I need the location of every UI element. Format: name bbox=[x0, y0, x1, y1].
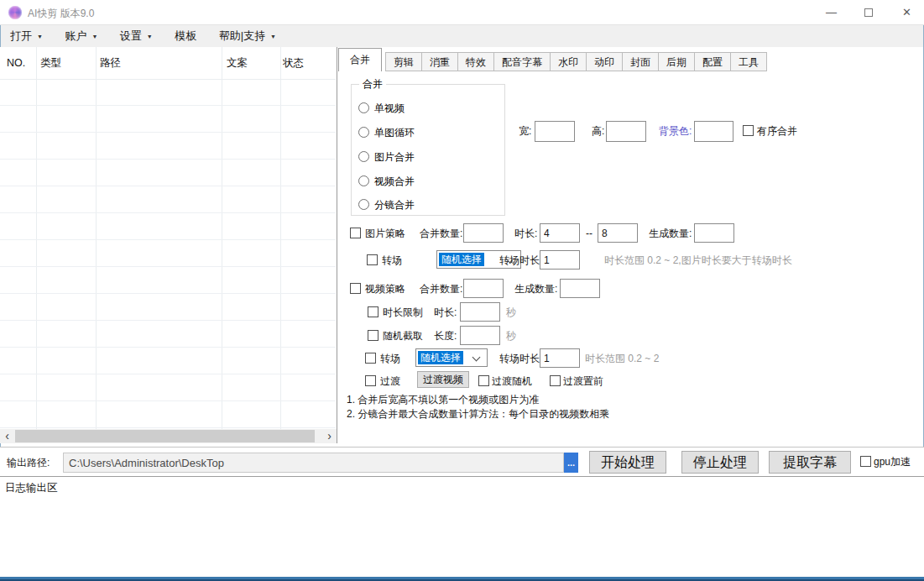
tab-tools[interactable]: 工具 bbox=[731, 52, 767, 71]
stop-button[interactable]: 停止处理 bbox=[681, 451, 759, 474]
crossfade-video-button[interactable]: 过渡视频 bbox=[417, 371, 469, 388]
video-strategy-checkbox[interactable] bbox=[350, 283, 361, 294]
horizontal-scrollbar[interactable]: ‹ › bbox=[0, 429, 337, 443]
duration-limit-checkbox[interactable] bbox=[368, 306, 378, 317]
browse-button[interactable]: ... bbox=[564, 453, 578, 473]
duration-limit-input[interactable] bbox=[460, 302, 500, 322]
scroll-right-icon[interactable]: › bbox=[322, 429, 337, 443]
img-merge-count-label: 合并数量: bbox=[420, 224, 462, 243]
app-icon bbox=[8, 6, 22, 19]
menu-help-label: 帮助|支持 bbox=[219, 29, 265, 44]
img-merge-count-input[interactable] bbox=[463, 223, 504, 243]
crossfade-label: 过渡 bbox=[380, 372, 400, 390]
window-bottom-edge bbox=[0, 577, 924, 581]
vid-merge-count-input[interactable] bbox=[463, 279, 504, 298]
menu-settings[interactable]: 设置▼ bbox=[111, 25, 162, 47]
duration-field-label: 时长: bbox=[434, 303, 457, 322]
menu-settings-label: 设置 bbox=[120, 29, 142, 44]
scrollbar-thumb[interactable] bbox=[15, 430, 315, 442]
duration-separator: -- bbox=[586, 224, 593, 243]
tab-dedupe[interactable]: 消重 bbox=[422, 52, 458, 71]
close-icon: ✕ bbox=[902, 6, 911, 18]
bg-color-input[interactable] bbox=[694, 121, 733, 142]
img-gen-count-label: 生成数量: bbox=[649, 224, 692, 243]
width-input[interactable] bbox=[535, 121, 575, 142]
random-cut-checkbox[interactable] bbox=[368, 330, 378, 341]
vid-gen-count-input[interactable] bbox=[560, 279, 600, 298]
duration-limit-label: 时长限制 bbox=[383, 303, 423, 322]
image-strategy-checkbox[interactable] bbox=[350, 228, 361, 238]
merge-group-title: 合并 bbox=[359, 77, 386, 92]
img-transition-duration-input[interactable] bbox=[540, 250, 580, 270]
maximize-button[interactable] bbox=[850, 0, 888, 25]
tab-merge[interactable]: 合并 bbox=[338, 48, 382, 71]
image-strategy-label: 图片策略 bbox=[365, 224, 405, 243]
chevron-down-icon: ▼ bbox=[147, 34, 153, 39]
menu-open-label: 打开 bbox=[10, 29, 32, 44]
log-area-label: 日志输出区 bbox=[5, 481, 58, 495]
tab-motion[interactable]: 动印 bbox=[587, 52, 623, 71]
vid-transition-duration-label: 转场时长: bbox=[499, 349, 542, 368]
col-header-status: 状态 bbox=[283, 47, 304, 79]
minimize-button[interactable]: — bbox=[812, 0, 850, 25]
gpu-accel-checkbox[interactable] bbox=[860, 456, 871, 467]
output-path-input[interactable] bbox=[63, 453, 564, 473]
dropdown-selected-value: 随机选择 bbox=[418, 351, 463, 364]
tab-post[interactable]: 后期 bbox=[659, 52, 695, 71]
tab-dub-subtitle[interactable]: 配音字幕 bbox=[494, 52, 551, 71]
tab-edit[interactable]: 剪辑 bbox=[385, 52, 422, 71]
video-strategy-label: 视频策略 bbox=[365, 280, 405, 298]
tab-cover[interactable]: 封面 bbox=[623, 52, 659, 71]
start-button[interactable]: 开始处理 bbox=[589, 451, 666, 474]
crossfade-front-checkbox[interactable] bbox=[550, 375, 561, 386]
length-unit-label: 秒 bbox=[506, 327, 516, 345]
chevron-down-icon bbox=[472, 353, 481, 362]
scroll-left-icon[interactable]: ‹ bbox=[0, 429, 14, 443]
ordered-merge-checkbox[interactable] bbox=[743, 125, 754, 136]
radio-label: 单视频 bbox=[374, 102, 405, 115]
minimize-icon: — bbox=[826, 6, 837, 18]
vid-transition-duration-input[interactable] bbox=[540, 348, 580, 368]
close-button[interactable]: ✕ bbox=[888, 0, 924, 25]
col-header-script: 文案 bbox=[227, 47, 248, 79]
menu-account[interactable]: 账户▼ bbox=[55, 25, 107, 47]
menu-open[interactable]: 打开▼ bbox=[1, 25, 52, 47]
output-path-label: 输出路径: bbox=[7, 453, 50, 472]
radio-icon[interactable] bbox=[358, 151, 369, 162]
img-duration-min-input[interactable] bbox=[540, 223, 580, 243]
tab-config[interactable]: 配置 bbox=[695, 52, 731, 71]
extract-subtitle-button[interactable]: 提取字幕 bbox=[769, 451, 851, 474]
ordered-merge-label: 有序合并 bbox=[757, 122, 797, 140]
bottom-bar: 输出路径: ... 开始处理 停止处理 提取字幕 gpu加速 bbox=[0, 447, 924, 476]
video-transition-dropdown[interactable]: 随机选择 bbox=[415, 348, 488, 367]
tab-watermark[interactable]: 水印 bbox=[551, 52, 587, 71]
log-output-area[interactable]: 日志输出区 bbox=[0, 476, 924, 577]
radio-icon[interactable] bbox=[358, 175, 369, 186]
radio-label: 分镜合并 bbox=[374, 198, 415, 212]
img-gen-count-input[interactable] bbox=[694, 223, 734, 243]
image-transition-checkbox[interactable] bbox=[367, 254, 378, 265]
tab-strip: 合并 剪辑 消重 特效 配音字幕 水印 动印 封面 后期 配置 工具 bbox=[338, 48, 767, 71]
radio-icon[interactable] bbox=[358, 102, 369, 113]
col-header-type: 类型 bbox=[40, 47, 61, 79]
radio-icon[interactable] bbox=[358, 199, 369, 210]
maximize-icon bbox=[864, 8, 873, 17]
menu-help[interactable]: 帮助|支持▼ bbox=[210, 25, 285, 47]
note-line-2: 2. 分镜合并最大合成数量计算方法：每个目录的视频数相乘 bbox=[347, 407, 609, 421]
bg-color-label[interactable]: 背景色: bbox=[659, 122, 692, 140]
img-duration-max-input[interactable] bbox=[598, 223, 638, 243]
img-transition-hint: 时长范围 0.2 ~ 2,图片时长要大于转场时长 bbox=[604, 251, 792, 270]
merge-groupbox: 合并 单视频 单图循环 图片合并 视频合并 分镜合并 bbox=[351, 84, 505, 216]
random-cut-input[interactable] bbox=[460, 326, 500, 345]
radio-label: 单图循环 bbox=[374, 126, 415, 139]
crossfade-random-checkbox[interactable] bbox=[478, 375, 489, 386]
radio-icon[interactable] bbox=[358, 127, 369, 138]
tab-effects[interactable]: 特效 bbox=[458, 52, 494, 71]
video-transition-checkbox[interactable] bbox=[365, 353, 376, 364]
window-title: AI快剪 版本9.0 bbox=[28, 7, 94, 21]
gpu-accel-label: gpu加速 bbox=[874, 453, 911, 471]
height-input[interactable] bbox=[606, 121, 646, 142]
crossfade-checkbox[interactable] bbox=[365, 375, 376, 386]
table-body-empty[interactable] bbox=[0, 79, 336, 429]
menu-template[interactable]: 模板 bbox=[165, 25, 206, 47]
